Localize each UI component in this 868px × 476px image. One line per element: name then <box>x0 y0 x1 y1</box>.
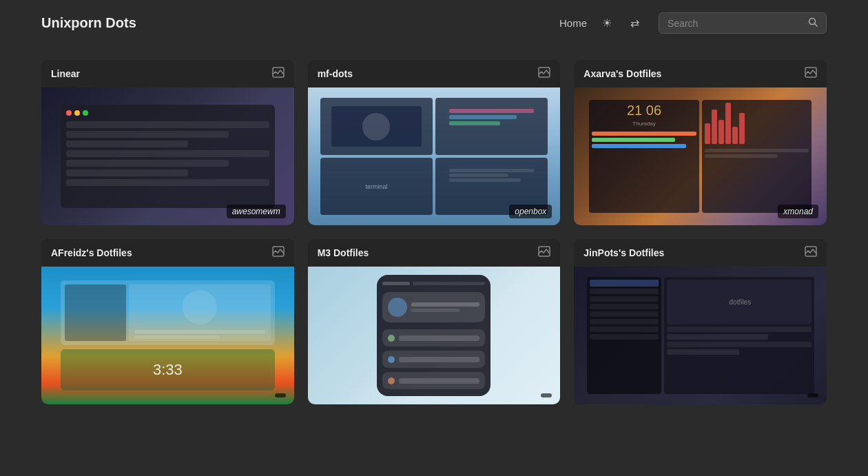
card-image-icon-linear <box>272 67 285 81</box>
card-badge-afreidz <box>275 393 286 397</box>
card-title-mfdots: mf-dots <box>318 68 353 79</box>
card-image-jinpots: .dotfiles <box>574 267 827 404</box>
search-wrapper <box>659 12 827 34</box>
card-title-jinpots: JinPots's Dotfiles <box>583 247 664 258</box>
card-axarva[interactable]: Axarva's Dotfiles 21 06 Thursday <box>574 60 827 225</box>
card-jinpots[interactable]: JinPots's Dotfiles <box>574 239 827 404</box>
card-linear[interactable]: Linear <box>41 60 294 225</box>
card-title-axarva: Axarva's Dotfiles <box>583 68 661 79</box>
jinpots-sidebar <box>587 277 662 394</box>
card-image-mfdots: terminal openbox <box>308 87 561 225</box>
m3-phone-mockup <box>377 275 490 396</box>
card-image-afreidz: 3:33 <box>41 267 294 404</box>
card-badge-axarva: xmonad <box>778 205 818 218</box>
jinpots-main: .dotfiles <box>664 277 814 394</box>
card-image-axarva: 21 06 Thursday <box>574 87 827 225</box>
card-image-m3 <box>308 267 561 404</box>
card-badge-m3 <box>541 393 552 397</box>
search-input[interactable] <box>668 18 803 29</box>
shuffle-icon[interactable]: ⇄ <box>627 16 642 31</box>
theme-toggle-icon[interactable]: ☀ <box>599 16 614 31</box>
main-content: Linear <box>0 46 868 425</box>
card-title-m3: M3 Dotfiles <box>318 247 369 258</box>
card-afreidz[interactable]: AFreidz's Dotfiles <box>41 239 294 404</box>
search-icon[interactable] <box>808 17 818 29</box>
card-image-icon-m3 <box>538 246 550 260</box>
site-title: Unixporn Dots <box>41 15 543 31</box>
nav-home-link[interactable]: Home <box>559 17 587 29</box>
card-image-linear: awesomewm <box>41 87 294 225</box>
card-header-m3: M3 Dotfiles <box>308 239 561 267</box>
mfdots-panel-bl: terminal <box>320 158 433 215</box>
jinpots-panels-mockup: .dotfiles <box>587 277 814 394</box>
card-header-afreidz: AFreidz's Dotfiles <box>41 239 294 267</box>
card-m3[interactable]: M3 Dotfiles <box>308 239 561 404</box>
card-image-icon-afreidz <box>272 246 285 260</box>
card-image-icon-mfdots <box>538 67 550 81</box>
card-header-axarva: Axarva's Dotfiles <box>574 60 827 87</box>
mfdots-panel-tl <box>320 98 433 155</box>
mfdots-panel-tr <box>435 98 548 155</box>
afreidz-clock: 3:33 <box>153 361 183 379</box>
card-header-linear: Linear <box>41 60 294 87</box>
card-badge-linear: awesomewm <box>227 205 286 218</box>
card-header-mfdots: mf-dots <box>308 60 561 87</box>
card-mfdots[interactable]: mf-dots <box>308 60 561 225</box>
card-image-icon-jinpots <box>805 246 817 260</box>
cards-grid: Linear <box>41 60 827 404</box>
main-nav: Home ☀ ⇄ <box>559 16 642 31</box>
axarva-panel-right <box>702 100 812 213</box>
card-title-afreidz: AFreidz's Dotfiles <box>51 247 132 258</box>
card-image-icon-axarva <box>805 67 817 81</box>
site-header: Unixporn Dots Home ☀ ⇄ <box>0 0 868 46</box>
card-badge-mfdots: openbox <box>509 205 552 218</box>
card-badge-jinpots <box>807 393 818 397</box>
card-title-linear: Linear <box>51 68 80 79</box>
axarva-panel-left: 21 06 Thursday <box>589 100 699 213</box>
svg-line-1 <box>815 24 818 27</box>
card-header-jinpots: JinPots's Dotfiles <box>574 239 827 267</box>
